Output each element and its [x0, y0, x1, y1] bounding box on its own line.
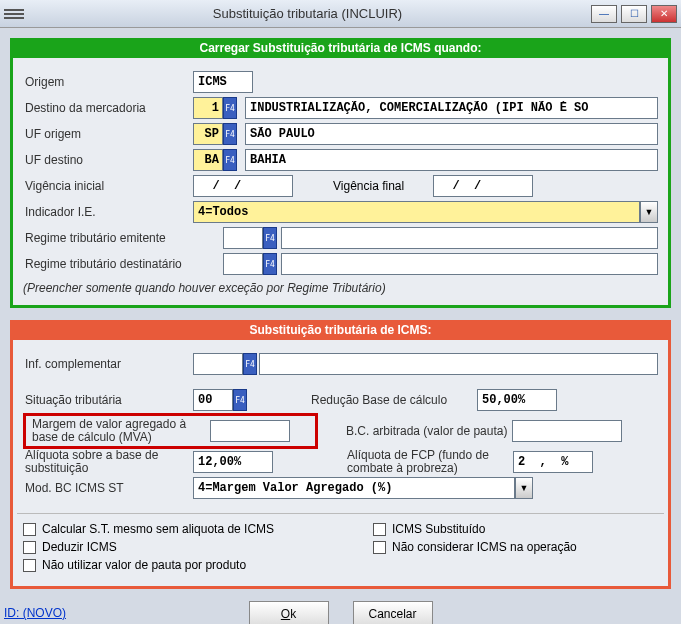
regime-emit-desc[interactable]	[281, 227, 658, 249]
viginicial-field[interactable]	[193, 175, 293, 197]
titlebar: Substituição tributaria (INCLUIR) — ☐ ✕	[0, 0, 681, 28]
uforigem-desc[interactable]	[245, 123, 658, 145]
checkbox-icon	[373, 541, 386, 554]
label-bc-arb: B.C. arbitrada (valor de pauta)	[342, 424, 512, 438]
checkbox-icon	[373, 523, 386, 536]
vigfinal-field[interactable]	[433, 175, 533, 197]
label-vigfinal: Vigência final	[333, 179, 433, 193]
maximize-button[interactable]: ☐	[621, 5, 647, 23]
f4-icon[interactable]: F4	[223, 97, 237, 119]
label-regime-emit: Regime tributário emitente	[23, 231, 223, 245]
label-mod: Mod. BC ICMS ST	[23, 481, 193, 495]
f4-icon[interactable]: F4	[223, 123, 237, 145]
label-mva: Margem de valor agregado à base de cálcu…	[30, 418, 210, 444]
sit-code[interactable]	[193, 389, 233, 411]
uforigem-code[interactable]	[193, 123, 223, 145]
note-regime: (Preencher somente quando houver exceção…	[23, 281, 658, 295]
f4-icon[interactable]: F4	[263, 253, 277, 275]
menu-icon[interactable]	[4, 4, 24, 24]
chk-label: Não utilizar valor de pauta por produto	[42, 558, 246, 572]
close-button[interactable]: ✕	[651, 5, 677, 23]
label-inf: Inf. complementar	[23, 357, 193, 371]
label-regime-dest: Regime tributário destinatário	[23, 257, 223, 271]
panel-title: Carregar Substituição tributária de ICMS…	[10, 38, 671, 58]
reducao-field[interactable]	[477, 389, 557, 411]
destino-code[interactable]	[193, 97, 223, 119]
f4-icon[interactable]: F4	[233, 389, 247, 411]
aliquota-field[interactable]	[193, 451, 273, 473]
window-title: Substituição tributaria (INCLUIR)	[24, 6, 591, 21]
f4-icon[interactable]: F4	[243, 353, 257, 375]
label-uforigem: UF origem	[23, 127, 193, 141]
fcp-field[interactable]	[513, 451, 593, 473]
inf-code[interactable]	[193, 353, 243, 375]
f4-icon[interactable]: F4	[263, 227, 277, 249]
checkbox-icon	[23, 523, 36, 536]
chk-deduzir-icms[interactable]: Deduzir ICMS	[23, 540, 343, 554]
label-destino: Destino da mercadoria	[23, 101, 193, 115]
inf-desc[interactable]	[259, 353, 658, 375]
label-viginicial: Vigência inicial	[23, 179, 193, 193]
chk-label: Deduzir ICMS	[42, 540, 117, 554]
chk-calcular-st[interactable]: Calcular S.T. mesmo sem aliquota de ICMS	[23, 522, 343, 536]
destino-desc[interactable]	[245, 97, 658, 119]
label-reducao: Redução Base de cálculo	[307, 393, 477, 407]
panel-st-icms: Substituição tributária de ICMS: Inf. co…	[10, 320, 671, 589]
chk-label: ICMS Substituído	[392, 522, 485, 536]
origem-field[interactable]	[193, 71, 253, 93]
regime-emit-code[interactable]	[223, 227, 263, 249]
label-indicador: Indicador I.E.	[23, 205, 193, 219]
chk-label: Calcular S.T. mesmo sem aliquota de ICMS	[42, 522, 274, 536]
checkbox-icon	[23, 541, 36, 554]
chk-nao-utilizar-pauta[interactable]: Não utilizar valor de pauta por produto	[23, 558, 246, 572]
mod-field[interactable]	[193, 477, 515, 499]
chk-icms-substituido[interactable]: ICMS Substituído	[373, 522, 485, 536]
indicador-field[interactable]	[193, 201, 640, 223]
cancel-button[interactable]: Cancelar	[353, 601, 433, 624]
label-sit: Situação tributária	[23, 393, 193, 407]
mva-field[interactable]	[210, 420, 290, 442]
panel-carregar-st: Carregar Substituição tributária de ICMS…	[10, 38, 671, 308]
label-aliquota: Alíquota sobre a base de substituição	[23, 449, 193, 475]
regime-dest-desc[interactable]	[281, 253, 658, 275]
f4-icon[interactable]: F4	[223, 149, 237, 171]
bc-arb-field[interactable]	[512, 420, 622, 442]
id-status[interactable]: ID: (NOVO)	[4, 606, 66, 620]
regime-dest-code[interactable]	[223, 253, 263, 275]
checkbox-icon	[23, 559, 36, 572]
label-fcp: Alíquota de FCP (fundo de combate à prob…	[343, 449, 513, 475]
dropdown-icon[interactable]: ▼	[515, 477, 533, 499]
minimize-button[interactable]: —	[591, 5, 617, 23]
ufdestino-code[interactable]	[193, 149, 223, 171]
ufdestino-desc[interactable]	[245, 149, 658, 171]
dropdown-icon[interactable]: ▼	[640, 201, 658, 223]
panel-title: Substituição tributária de ICMS:	[10, 320, 671, 340]
ok-label-rest: k	[290, 607, 296, 621]
label-origem: Origem	[23, 75, 193, 89]
mva-highlight: Margem de valor agregado à base de cálcu…	[23, 413, 318, 449]
ok-button[interactable]: Ok	[249, 601, 329, 624]
chk-nao-considerar[interactable]: Não considerar ICMS na operação	[373, 540, 577, 554]
label-ufdestino: UF destino	[23, 153, 193, 167]
chk-label: Não considerar ICMS na operação	[392, 540, 577, 554]
